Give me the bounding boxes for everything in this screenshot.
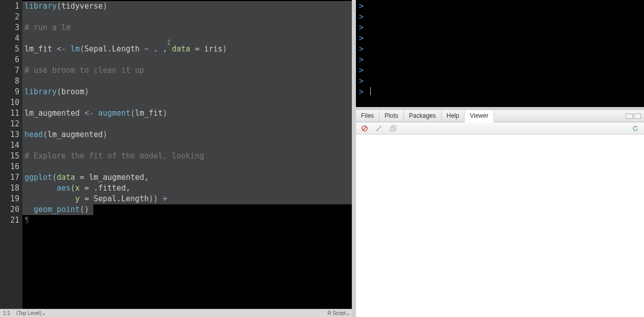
console-prompt-line[interactable]: > [359,22,641,33]
line-number[interactable]: 18 [1,183,19,194]
line-number[interactable]: 19 [1,194,19,204]
lower-right-tabs: FilesPlotsPackagesHelpViewer [356,110,644,122]
line-number[interactable]: 7 [1,65,19,76]
cursor-position: 1:1 [3,310,10,316]
popout-icon[interactable] [389,124,398,133]
code-line[interactable]: geom_point() [24,204,352,215]
console-cursor [370,87,371,95]
language-dropdown[interactable]: R Script [327,310,349,316]
code-line[interactable] [24,140,352,151]
console[interactable]: > > > > > > > > > [356,0,644,107]
code-line[interactable]: # run a lm [24,22,352,33]
line-number[interactable]: 11 [1,108,19,119]
code-line[interactable]: library(broom) [24,87,352,97]
editor-scroll: 123456789101112131415161718192021 I libr… [0,0,352,309]
code-line[interactable]: aes(x = .fitted, [24,183,352,194]
svg-rect-3 [391,127,395,131]
line-number[interactable]: 4 [1,33,19,44]
editor-statusbar: 1:1 (Top Level) R Script [0,309,352,317]
clear-viewer-icon[interactable] [360,124,369,133]
tab-plots[interactable]: Plots [379,110,404,122]
code-line[interactable]: lm_fit <- lm(Sepal.Length ~ . , data = i… [24,44,352,55]
code-line[interactable]: # use broom to clean it up [24,65,352,76]
line-number[interactable]: 1 [1,1,19,12]
svg-rect-4 [392,125,396,129]
line-number[interactable]: 9 [1,87,19,97]
line-number[interactable]: 3 [1,22,19,33]
code-lines[interactable]: library(tidyverse)# run a lmlm_fit <- lm… [22,0,352,227]
maximize-pane-icon[interactable] [634,114,641,119]
tab-files[interactable]: Files [356,110,379,122]
pane-window-controls [626,110,644,122]
console-prompt-line[interactable]: > [359,1,641,12]
console-prompt-line[interactable]: > [359,65,641,76]
line-number-gutter[interactable]: 123456789101112131415161718192021 [0,0,22,309]
line-number[interactable]: 17 [1,172,19,183]
source-editor-pane: 123456789101112131415161718192021 I libr… [0,0,352,317]
vertical-divider[interactable] [352,0,356,317]
code-line[interactable]: ggplot(data = lm_augmented, [24,172,352,183]
broom-icon[interactable] [374,124,383,133]
code-line[interactable]: # Explore the fit of the model, looking [24,151,352,162]
line-number[interactable]: 14 [1,140,19,151]
line-number[interactable]: 12 [1,119,19,129]
code-line[interactable]: y = Sepal.Length)) + [24,194,352,204]
code-line[interactable] [24,33,352,44]
code-line[interactable]: head(lm_augmented) [24,129,352,140]
rstudio-window: 123456789101112131415161718192021 I libr… [0,0,644,317]
tab-packages[interactable]: Packages [404,110,442,122]
code-line[interactable] [24,119,352,129]
tab-viewer[interactable]: Viewer [465,110,494,122]
viewer-body [356,135,644,317]
line-number[interactable]: 6 [1,55,19,65]
code-line[interactable] [24,97,352,108]
console-prompt-line[interactable]: > [359,87,641,97]
console-prompt-line[interactable]: > [359,76,641,87]
line-number[interactable]: 2 [1,12,19,22]
line-number[interactable]: 5 [1,44,19,55]
right-pane: > > > > > > > > > FilesPlotsPackagesHelp… [356,0,644,317]
code-line[interactable]: lm_augmented <- augment(lm_fit) [24,108,352,119]
viewer-toolbar [356,122,644,135]
text-cursor-icon: I [167,38,171,46]
console-prompt-line[interactable]: > [359,55,641,65]
code-line[interactable]: ¶ [24,215,352,226]
code-area[interactable]: I library(tidyverse)# run a lmlm_fit <- … [22,0,352,309]
line-number[interactable]: 15 [1,151,19,162]
code-line[interactable] [24,76,352,87]
code-line[interactable]: library(tidyverse) [24,1,352,12]
tabs-spacer [494,110,626,122]
line-number[interactable]: 16 [1,162,19,172]
line-number[interactable]: 8 [1,76,19,87]
line-number[interactable]: 10 [1,97,19,108]
line-number[interactable]: 21 [1,215,19,226]
console-prompt-line[interactable]: > [359,44,641,55]
line-number[interactable]: 13 [1,129,19,140]
code-line[interactable] [24,12,352,22]
tab-help[interactable]: Help [442,110,465,122]
console-prompt-line[interactable]: > [359,33,641,44]
code-line[interactable] [24,162,352,172]
line-number[interactable]: 20 [1,204,19,215]
refresh-icon[interactable] [631,124,640,133]
svg-line-1 [363,126,367,130]
code-line[interactable] [24,55,352,65]
minimize-pane-icon[interactable] [626,114,633,119]
scope-dropdown[interactable]: (Top Level) [16,310,45,316]
console-prompt-line[interactable]: > [359,12,641,22]
